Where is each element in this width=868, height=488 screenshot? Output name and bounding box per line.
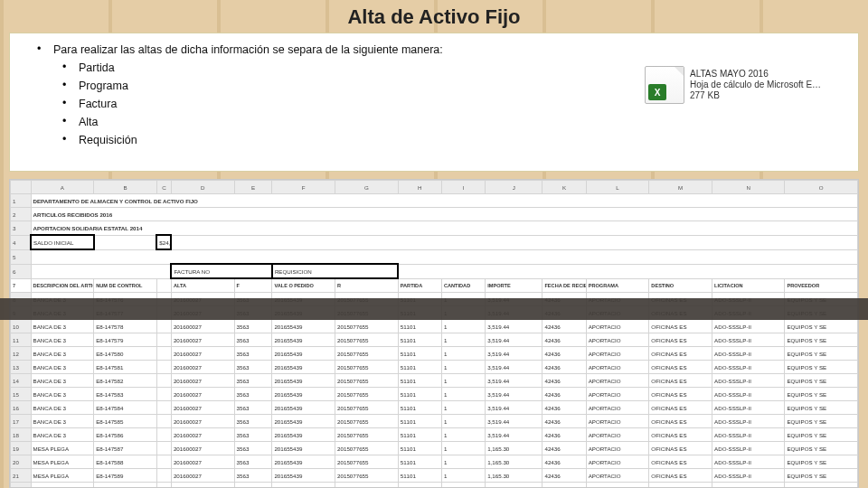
col-header[interactable]: I (441, 181, 485, 194)
col-header[interactable]: F (272, 181, 335, 194)
column-header[interactable]: VALE O PEDIDO (272, 278, 335, 293)
saldo-label: SALDO INICIAL (31, 235, 94, 249)
excel-file-icon: X (645, 66, 684, 104)
column-header[interactable]: ALTA (171, 278, 234, 293)
col-header[interactable]: J (486, 181, 542, 194)
table-row[interactable]: 22MESA PLEGAE8-1475902016000273563201655… (11, 483, 858, 489)
corner-cell (11, 181, 32, 194)
info-panel: Para realizar las altas de dicha informa… (9, 33, 859, 172)
table-row[interactable]: 14BANCA DE 3E8-1475822016000273563201655… (11, 374, 858, 388)
col-header[interactable]: M (649, 181, 712, 194)
column-header[interactable]: LICITACION (712, 278, 785, 293)
col-header[interactable]: E (234, 181, 272, 194)
file-size: 277 KB (690, 90, 835, 101)
page-title: Alta de Activo Fijo (0, 0, 868, 33)
column-header[interactable]: F (234, 278, 272, 293)
table-row[interactable]: 21MESA PLEGAE8-1475892016000273563201655… (11, 469, 858, 483)
table-row[interactable]: 20MESA PLEGAE8-1475882016000273563201655… (11, 455, 858, 469)
col-header[interactable]: B (94, 181, 157, 194)
col-header[interactable]: L (586, 181, 649, 194)
column-header[interactable]: IMPORTE (486, 278, 542, 293)
table-row[interactable]: 11BANCA DE 3E8-1475792016000273563201655… (11, 333, 858, 347)
col-header[interactable]: O (785, 181, 858, 194)
col-header[interactable]: A (31, 181, 94, 194)
group-requisicion: REQUISICION (272, 264, 398, 278)
table-row[interactable]: 16BANCA DE 3E8-1475842016000273563201655… (11, 401, 858, 415)
column-header[interactable]: PROVEEDOR (785, 278, 858, 293)
column-header[interactable]: PARTIDA (398, 278, 441, 293)
file-attachment[interactable]: X ALTAS MAYO 2016 Hoja de cálculo de Mic… (645, 66, 835, 104)
sheet-title-2: ARTICULOS RECIBIDOS 2016 (31, 208, 858, 221)
col-header[interactable]: G (335, 181, 399, 194)
bullet-alta: Alta (37, 113, 840, 131)
table-row[interactable]: 12BANCA DE 3E8-1475802016000273563201655… (11, 347, 858, 361)
column-header[interactable]: R (335, 278, 399, 293)
file-subtitle: Hoja de cálculo de Microsoft E… (690, 80, 835, 90)
table-row[interactable]: 15BANCA DE 3E8-1475832016000273563201655… (11, 388, 858, 401)
col-header[interactable]: D (171, 181, 234, 194)
sheet-title-3: APORTACION SOLIDARIA ESTATAL 2014 (31, 221, 858, 236)
col-header[interactable]: C (156, 181, 171, 194)
column-header[interactable]: DESTINO (649, 278, 712, 293)
table-row[interactable]: 13BANCA DE 3E8-1475812016000273563201655… (11, 361, 858, 374)
file-name: ALTAS MAYO 2016 (690, 69, 835, 80)
table-row[interactable]: 18BANCA DE 3E8-1475862016000273563201655… (11, 428, 858, 442)
col-header[interactable]: N (712, 181, 785, 194)
column-header[interactable]: PROGRAMA (586, 278, 649, 293)
col-header[interactable]: K (542, 181, 586, 194)
table-row[interactable]: 10BANCA DE 3E8-1475782016000273563201655… (11, 320, 858, 333)
sheet-title-1: DEPARTAMENTO DE ALMACEN Y CONTROL DE ACT… (31, 194, 858, 208)
bullet-intro: Para realizar las altas de dicha informa… (37, 41, 840, 59)
column-header[interactable]: FECHA DE RECIBIDO (542, 278, 586, 293)
column-header[interactable]: NUM DE CONTROL (94, 278, 157, 293)
col-header[interactable]: H (398, 181, 441, 194)
column-header[interactable]: CANTIDAD (441, 278, 485, 293)
column-header[interactable]: DESCRIPCION DEL ARTICULO (31, 278, 94, 293)
group-factura: FACTURA NO (171, 264, 271, 278)
bullet-requisicion: Requisición (37, 131, 840, 149)
saldo-value: $24,725,609.02 (156, 235, 171, 249)
table-row[interactable]: 17BANCA DE 3E8-1475852016000273563201655… (11, 415, 858, 428)
dark-band (0, 298, 868, 320)
table-row[interactable]: 19MESA PLEGAE8-1475872016000273563201655… (11, 442, 858, 455)
column-header[interactable] (156, 278, 171, 293)
spreadsheet[interactable]: ABCDEFGHIJKLMNO1DEPARTAMENTO DE ALMACEN … (9, 179, 859, 488)
